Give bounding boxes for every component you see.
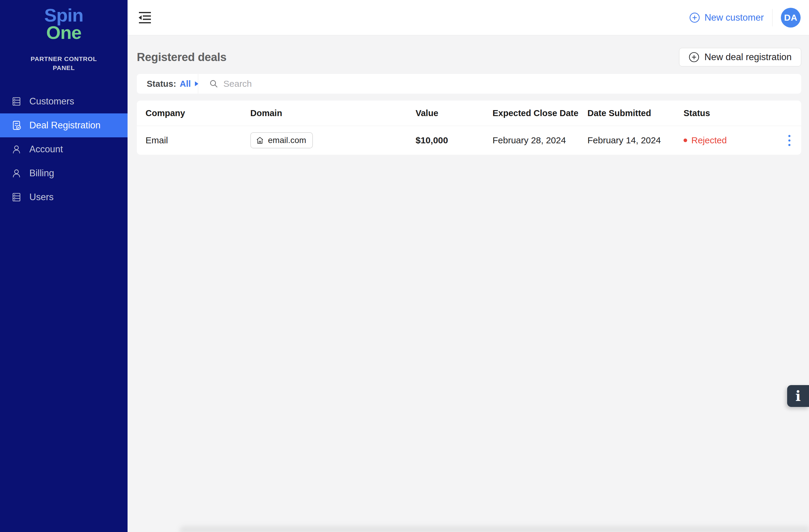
search-box [198, 74, 801, 94]
sidebar-item-label: Account [29, 144, 63, 155]
panel-subtitle: PARTNER CONTROL PANEL [28, 54, 100, 73]
kebab-dot [788, 144, 790, 146]
collapse-sidebar-button[interactable] [138, 11, 152, 25]
spinone-logo: Spin One [0, 0, 127, 42]
search-icon [209, 79, 219, 89]
filter-bar: Status: All [137, 74, 801, 94]
account-person-icon [11, 144, 22, 155]
sidebar-item-label: Deal Registration [29, 120, 101, 131]
page-title: Registered deals [137, 51, 226, 64]
column-header-value: Value [416, 108, 493, 118]
info-icon: i [795, 388, 801, 404]
users-icon [11, 192, 22, 203]
status-label: Rejected [691, 135, 727, 145]
status-filter-label: Status: [147, 79, 176, 89]
registered-deals-table: Company Domain Value Expected Close Date… [137, 101, 801, 155]
sidebar-item-label: Users [29, 192, 54, 202]
status-dot-icon [684, 139, 687, 142]
column-header-date-submitted: Date Submitted [587, 108, 684, 118]
cell-value: $10,000 [416, 135, 493, 145]
table-row: Email email.com $10,000 February 28, 202… [137, 126, 801, 155]
cell-status: Rejected [684, 135, 787, 145]
topbar-divider [772, 9, 773, 26]
home-icon [256, 136, 264, 144]
column-header-domain: Domain [250, 108, 416, 118]
row-actions-kebab-menu[interactable] [787, 135, 798, 146]
sidebar-item-label: Customers [29, 96, 74, 107]
sidebar-item-account[interactable]: Account [0, 137, 127, 161]
kebab-dot [788, 135, 790, 137]
new-deal-registration-button[interactable]: New deal registration [679, 48, 801, 67]
domain-chip[interactable]: email.com [250, 132, 313, 148]
search-input[interactable] [223, 79, 801, 89]
sidebar: Spin One PARTNER CONTROL PANEL Customers [0, 0, 127, 532]
status-filter-dropdown[interactable]: Status: All [137, 74, 198, 94]
status-filter-value: All [179, 79, 191, 89]
customers-icon [11, 96, 22, 107]
topbar: New customer DA [127, 0, 809, 35]
column-header-expected-close-date: Expected Close Date [493, 108, 587, 118]
page-header: Registered deals New deal registration [137, 48, 801, 67]
plus-circle-icon [689, 52, 700, 63]
sidebar-item-customers[interactable]: Customers [0, 89, 127, 113]
table-header-row: Company Domain Value Expected Close Date… [137, 101, 801, 126]
sidebar-nav: Customers Deal Registration [0, 89, 127, 209]
column-header-status: Status [684, 108, 787, 118]
kebab-dot [788, 139, 790, 142]
plus-circle-icon [689, 12, 700, 23]
cell-company: Email [145, 135, 250, 145]
billing-person-icon [11, 167, 22, 179]
cell-date-submitted: February 14, 2024 [587, 135, 684, 145]
column-header-company: Company [145, 108, 250, 118]
info-widget-button[interactable]: i [787, 385, 809, 407]
sidebar-item-users[interactable]: Users [0, 185, 127, 209]
new-customer-label: New customer [705, 12, 764, 23]
deal-registration-icon [11, 120, 22, 131]
logo-text-one: One [0, 24, 127, 42]
logo-text-spin: Spin [0, 6, 127, 24]
collapse-sidebar-icon [138, 11, 152, 24]
sidebar-item-deal-registration[interactable]: Deal Registration [0, 113, 127, 137]
new-deal-registration-label: New deal registration [705, 52, 792, 63]
sidebar-item-label: Billing [29, 168, 54, 179]
cell-expected-close-date: February 28, 2024 [493, 135, 587, 145]
avatar[interactable]: DA [781, 8, 801, 28]
sidebar-item-billing[interactable]: Billing [0, 161, 127, 185]
main-content: Registered deals New deal registration S… [127, 35, 809, 532]
topbar-right-cluster: New customer DA [689, 8, 801, 28]
new-customer-button[interactable]: New customer [689, 12, 764, 23]
domain-chip-label: email.com [268, 136, 306, 145]
